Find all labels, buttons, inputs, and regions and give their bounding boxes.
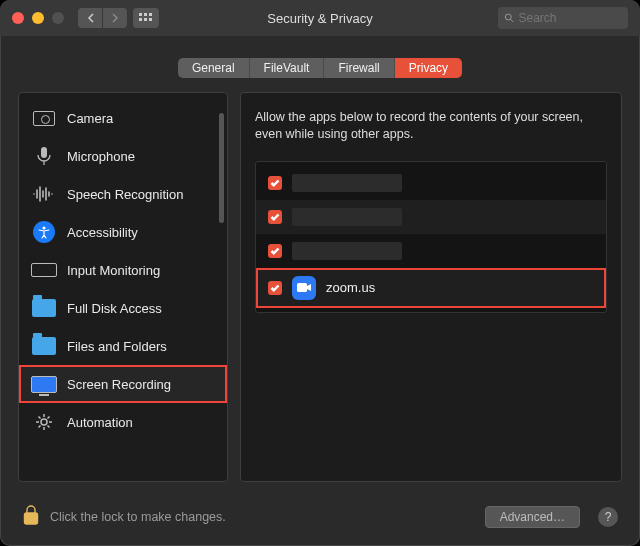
- search-field[interactable]: [498, 7, 628, 29]
- waveform-icon: [31, 183, 57, 205]
- svg-rect-11: [297, 283, 307, 292]
- screen-icon: [31, 373, 57, 395]
- sidebar-item-input-monitoring[interactable]: Input Monitoring: [19, 251, 227, 289]
- sidebar-item-label: Full Disk Access: [67, 301, 162, 316]
- privacy-sidebar: Camera Microphone Speech Recognition Acc…: [18, 92, 228, 482]
- svg-rect-4: [144, 18, 147, 21]
- search-input[interactable]: [519, 11, 622, 25]
- sidebar-item-speech[interactable]: Speech Recognition: [19, 175, 227, 213]
- svg-point-6: [505, 14, 511, 20]
- app-checkbox[interactable]: [268, 244, 282, 258]
- preferences-window: Security & Privacy General FileVault Fir…: [0, 0, 640, 546]
- sidebar-item-accessibility[interactable]: Accessibility: [19, 213, 227, 251]
- sidebar-item-label: Screen Recording: [67, 377, 171, 392]
- forward-button[interactable]: [103, 8, 127, 28]
- content-pane: Allow the apps below to record the conte…: [240, 92, 622, 482]
- redacted-app-name: [292, 208, 402, 226]
- close-window-button[interactable]: [12, 12, 24, 24]
- sidebar-item-label: Files and Folders: [67, 339, 167, 354]
- tab-privacy[interactable]: Privacy: [395, 58, 462, 78]
- svg-rect-0: [139, 13, 142, 16]
- folder-icon: [31, 297, 57, 319]
- svg-point-10: [41, 419, 47, 425]
- accessibility-icon: [31, 221, 57, 243]
- app-checkbox[interactable]: [268, 210, 282, 224]
- app-row[interactable]: [256, 166, 606, 200]
- sidebar-item-label: Microphone: [67, 149, 135, 164]
- sidebar-item-microphone[interactable]: Microphone: [19, 137, 227, 175]
- footer: Click the lock to make changes. Advanced…: [0, 494, 640, 546]
- titlebar: Security & Privacy: [0, 0, 640, 36]
- tab-filevault[interactable]: FileVault: [250, 58, 325, 78]
- video-camera-icon: [292, 276, 316, 300]
- sidebar-item-automation[interactable]: Automation: [19, 403, 227, 441]
- sidebar-item-camera[interactable]: Camera: [19, 99, 227, 137]
- app-row-zoom[interactable]: zoom.us: [256, 268, 606, 308]
- search-icon: [504, 12, 515, 24]
- tab-firewall[interactable]: Firewall: [324, 58, 394, 78]
- camera-icon: [31, 107, 57, 129]
- redacted-app-name: [292, 242, 402, 260]
- sidebar-item-label: Speech Recognition: [67, 187, 183, 202]
- svg-rect-12: [25, 513, 38, 524]
- lock-icon[interactable]: [22, 504, 40, 530]
- microphone-icon: [31, 145, 57, 167]
- tab-bar: General FileVault Firewall Privacy: [0, 58, 640, 78]
- sidebar-item-label: Automation: [67, 415, 133, 430]
- sidebar-item-screen-recording[interactable]: Screen Recording: [19, 365, 227, 403]
- app-checkbox[interactable]: [268, 176, 282, 190]
- app-row[interactable]: [256, 234, 606, 268]
- back-button[interactable]: [78, 8, 102, 28]
- show-all-button[interactable]: [133, 8, 159, 28]
- svg-rect-8: [41, 147, 47, 158]
- sidebar-item-label: Accessibility: [67, 225, 138, 240]
- app-checkbox[interactable]: [268, 281, 282, 295]
- sidebar-item-files-folders[interactable]: Files and Folders: [19, 327, 227, 365]
- window-controls: [12, 12, 64, 24]
- sidebar-item-label: Camera: [67, 111, 113, 126]
- nav-buttons: [78, 8, 127, 28]
- app-row[interactable]: [256, 200, 606, 234]
- redacted-app-name: [292, 174, 402, 192]
- svg-line-7: [511, 19, 514, 22]
- keyboard-icon: [31, 259, 57, 281]
- zoom-window-button[interactable]: [52, 12, 64, 24]
- svg-point-9: [42, 226, 45, 229]
- svg-rect-5: [149, 18, 152, 21]
- sidebar-scrollbar[interactable]: [219, 113, 224, 223]
- sidebar-item-label: Input Monitoring: [67, 263, 160, 278]
- lock-message: Click the lock to make changes.: [50, 510, 475, 524]
- minimize-window-button[interactable]: [32, 12, 44, 24]
- svg-rect-2: [149, 13, 152, 16]
- tab-general[interactable]: General: [178, 58, 250, 78]
- folder-icon: [31, 335, 57, 357]
- svg-rect-1: [144, 13, 147, 16]
- app-list: zoom.us: [255, 161, 607, 313]
- gear-icon: [31, 411, 57, 433]
- help-button[interactable]: ?: [598, 507, 618, 527]
- app-name: zoom.us: [326, 280, 375, 295]
- sidebar-item-full-disk[interactable]: Full Disk Access: [19, 289, 227, 327]
- advanced-button[interactable]: Advanced…: [485, 506, 580, 528]
- svg-rect-3: [139, 18, 142, 21]
- description-text: Allow the apps below to record the conte…: [255, 109, 607, 143]
